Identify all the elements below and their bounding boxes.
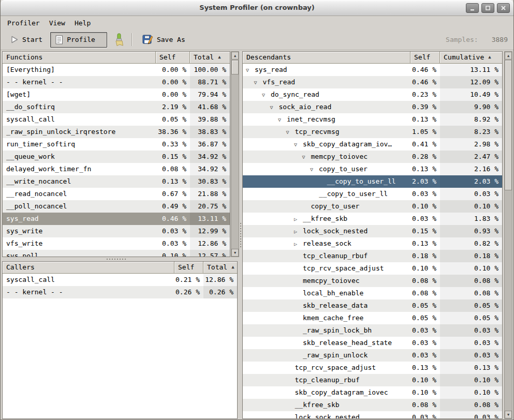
- expander-expanded-icon[interactable]: ▽: [302, 151, 311, 163]
- table-row[interactable]: _raw_spin_lock_bh0.03 %0.03 %: [243, 324, 502, 337]
- table-row[interactable]: - - kernel - -0.26 %0.26 %: [3, 286, 237, 298]
- table-row[interactable]: [wget]0.00 %79.94 %: [3, 88, 230, 101]
- table-row[interactable]: syscall_call0.21 %12.86 %: [3, 274, 237, 286]
- start-button[interactable]: Start: [6, 33, 47, 47]
- callers-self-column-header[interactable]: Self: [174, 262, 203, 274]
- table-row[interactable]: ▽inet_recvmsg0.13 %8.92 %: [243, 113, 502, 126]
- scroll-down-button[interactable]: ▼: [505, 411, 512, 418]
- scroll-down-icon: ▼: [507, 413, 509, 417]
- scroll-down-button[interactable]: ▼: [231, 249, 239, 257]
- descendants-scrollbar[interactable]: ▲ ▼: [504, 51, 512, 419]
- self-percent-cell: 2.03 %: [410, 175, 440, 188]
- scrollbar-slider[interactable]: [231, 60, 239, 74]
- table-row[interactable]: skb_copy_datagram_iovec0.10 %0.10 %: [243, 386, 502, 399]
- table-row[interactable]: tcp_rcv_space_adjust0.13 %0.13 %: [243, 362, 502, 374]
- descendants-cumulative-column-header[interactable]: Cumulative ▲: [440, 52, 502, 64]
- table-row[interactable]: [Everything]0.00 %100.00 %: [3, 64, 230, 76]
- table-row[interactable]: local_bh_enable0.08 %0.08 %: [243, 287, 502, 299]
- maximize-button[interactable]: [481, 3, 494, 13]
- horizontal-splitter-handle[interactable]: [2, 257, 230, 261]
- table-row[interactable]: ▽skb_copy_datagram_iov…0.41 %2.98 %: [243, 138, 502, 151]
- table-row[interactable]: ▽do_sync_read0.23 %10.49 %: [243, 88, 502, 101]
- table-row[interactable]: tcp_cleanup_rbuf0.10 %0.10 %: [243, 374, 502, 386]
- table-row[interactable]: ▷__kfree_skb0.03 %1.83 %: [243, 213, 502, 225]
- expander-collapsed-icon[interactable]: ▷: [294, 226, 303, 237]
- table-row[interactable]: sys_poll0.10 %12.57 %: [3, 250, 230, 257]
- callers-column-header[interactable]: Callers: [3, 262, 174, 274]
- sort-ascending-icon: ▲: [231, 264, 234, 269]
- table-row[interactable]: skb_release_data0.05 %0.05 %: [243, 299, 502, 312]
- self-percent-cell: 0.00 %: [156, 76, 190, 88]
- table-row[interactable]: run_timer_softirq0.33 %36.87 %: [3, 138, 230, 151]
- expander-collapsed-icon[interactable]: ▷: [294, 213, 303, 225]
- descendants-column-header[interactable]: Descendants: [243, 52, 410, 64]
- table-row[interactable]: lock_sock_nested0.03 %0.03 %: [243, 411, 502, 418]
- expander-expanded-icon[interactable]: ▽: [246, 64, 255, 76]
- expander-expanded-icon[interactable]: ▽: [262, 89, 271, 101]
- table-row[interactable]: sys_write0.03 %12.99 %: [3, 225, 230, 237]
- scroll-up-button[interactable]: ▲: [505, 52, 512, 59]
- self-percent-cell: 0.05 %: [410, 312, 440, 324]
- scroll-up-button[interactable]: ▲: [231, 52, 239, 59]
- table-row[interactable]: __write_nocancel0.13 %30.83 %: [3, 175, 230, 188]
- self-percent-cell: 0.03 %: [410, 349, 440, 362]
- table-row[interactable]: ▽tcp_recvmsg1.05 %8.23 %: [243, 126, 502, 138]
- table-row[interactable]: tcp_cleanup_rbuf0.18 %0.18 %: [243, 250, 502, 262]
- callers-header-row: Callers Self Total ▲: [3, 262, 237, 274]
- self-percent-cell: 0.03 %: [410, 213, 440, 225]
- table-row[interactable]: ▽sock_aio_read0.39 %9.90 %: [243, 101, 502, 113]
- table-row[interactable]: ▽memcpy_toiovec0.28 %2.47 %: [243, 151, 502, 163]
- save-icon: [142, 34, 153, 45]
- table-row[interactable]: ▽sys_read0.46 %13.11 %: [243, 64, 502, 76]
- table-row[interactable]: _raw_spin_unlock_irqrestore38.36 %38.83 …: [3, 126, 230, 138]
- save-as-button[interactable]: Save As: [138, 32, 190, 48]
- callers-total-column-header[interactable]: Total ▲: [203, 262, 237, 274]
- reset-button[interactable]: [111, 32, 126, 48]
- table-row[interactable]: ▽vfs_read0.46 %12.09 %: [243, 76, 502, 88]
- expander-expanded-icon[interactable]: ▽: [270, 101, 279, 113]
- expander-expanded-icon[interactable]: ▽: [310, 163, 319, 175]
- minimize-button[interactable]: [466, 3, 479, 13]
- self-percent-cell: 0.46 %: [410, 64, 440, 76]
- table-row[interactable]: __queue_work0.15 %34.92 %: [3, 151, 230, 163]
- table-row[interactable]: _raw_spin_unlock0.03 %0.03 %: [243, 349, 502, 362]
- expander-collapsed-icon[interactable]: ▷: [294, 238, 303, 250]
- table-row[interactable]: vfs_write0.03 %12.86 %: [3, 237, 230, 250]
- table-row[interactable]: ▷lock_sock_nested0.15 %0.93 %: [243, 225, 502, 237]
- table-row[interactable]: __poll_nocancel0.49 %20.75 %: [3, 200, 230, 213]
- table-row[interactable]: __copy_to_user_ll2.03 %2.03 %: [243, 175, 502, 188]
- table-row[interactable]: skb_release_head_state0.03 %0.03 %: [243, 337, 502, 349]
- profile-button[interactable]: Profile: [50, 32, 107, 48]
- table-row[interactable]: __read_nocancel0.67 %21.88 %: [3, 188, 230, 200]
- table-row[interactable]: - - kernel - -0.00 %88.71 %: [3, 76, 230, 88]
- self-percent-cell: 0.03 %: [410, 337, 440, 349]
- table-row[interactable]: __copy_to_user_ll0.03 %0.03 %: [243, 188, 502, 200]
- table-row[interactable]: ▷release_sock0.13 %0.82 %: [243, 237, 502, 250]
- table-row[interactable]: kmem_cache_free0.05 %0.05 %: [243, 312, 502, 324]
- expander-expanded-icon[interactable]: ▽: [286, 126, 295, 138]
- expander-expanded-icon[interactable]: ▽: [294, 139, 303, 151]
- table-row[interactable]: delayed_work_timer_fn0.08 %34.92 %: [3, 163, 230, 175]
- expander-expanded-icon[interactable]: ▽: [278, 114, 287, 126]
- menu-item-view[interactable]: View: [45, 18, 70, 28]
- table-row[interactable]: ▽copy_to_user0.13 %2.16 %: [243, 163, 502, 175]
- functions-column-header[interactable]: Functions: [3, 52, 156, 64]
- table-row[interactable]: memcpy_toiovec0.08 %0.08 %: [243, 275, 502, 287]
- descendants-self-column-header[interactable]: Self: [410, 52, 440, 64]
- table-row[interactable]: sys_read0.46 %13.11 %: [3, 213, 230, 225]
- table-row[interactable]: tcp_rcv_space_adjust0.10 %0.10 %: [243, 262, 502, 275]
- vertical-splitter-handle[interactable]: [239, 51, 242, 419]
- titlebar[interactable]: System Profiler (on crownbay): [1, 0, 513, 16]
- scrollbar-slider[interactable]: [505, 60, 512, 190]
- expander-expanded-icon[interactable]: ▽: [254, 77, 263, 88]
- functions-self-column-header[interactable]: Self: [156, 52, 190, 64]
- close-button[interactable]: [497, 3, 510, 13]
- functions-scrollbar[interactable]: ▲ ▼: [231, 51, 239, 257]
- table-row[interactable]: syscall_call0.05 %39.88 %: [3, 113, 230, 126]
- table-row[interactable]: __do_softirq2.19 %41.68 %: [3, 101, 230, 113]
- menu-item-help[interactable]: Help: [70, 18, 95, 28]
- table-row[interactable]: __kfree_skb0.08 %0.08 %: [243, 399, 502, 411]
- menu-item-profiler[interactable]: Profiler: [3, 18, 45, 28]
- functions-total-column-header[interactable]: Total ▲: [190, 52, 230, 64]
- table-row[interactable]: copy_to_user0.10 %0.10 %: [243, 200, 502, 213]
